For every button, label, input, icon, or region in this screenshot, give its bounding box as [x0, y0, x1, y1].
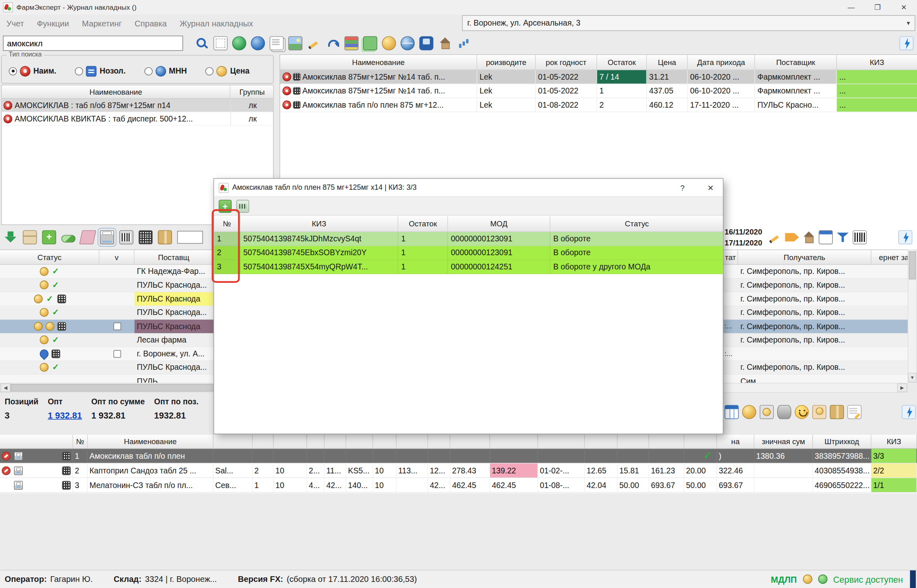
lightning-icon[interactable] — [900, 36, 914, 50]
positions-col-9[interactable] — [373, 435, 397, 449]
menu-item-4[interactable]: Справка — [128, 19, 173, 28]
product-row[interactable]: Амоксиклав табл п/о плен 875 мг+12...Lek… — [280, 98, 917, 113]
menu-item-5[interactable]: Журнал накладных — [173, 19, 259, 28]
position-row[interactable]: 1Амоксиклав табл п/о плен)1380.363838957… — [0, 449, 917, 463]
barcode-printer-icon[interactable] — [119, 230, 133, 245]
positions-col-20[interactable]: зничная сум — [754, 435, 813, 449]
product-row[interactable]: Амоксиклав 875мг+125мг №14 таб. п...Lek0… — [280, 70, 917, 85]
coins-icon[interactable] — [742, 405, 756, 419]
scroll-down-icon[interactable]: ▼ — [908, 373, 916, 382]
table-blue-icon[interactable] — [725, 405, 739, 419]
products-col-7[interactable]: КИЗ — [837, 55, 917, 70]
arrow-down-green-icon[interactable] — [4, 230, 18, 245]
positions-col-17[interactable] — [649, 435, 684, 449]
select-frame-icon[interactable] — [213, 36, 228, 50]
positions-col-0[interactable] — [0, 435, 73, 449]
kiz-row[interactable]: 250754041398745EbxSOBYzmi20Y100000000123… — [214, 246, 723, 260]
position-row[interactable]: 3Мелатонин-СЗ табл п/о пл...Сев...1104..… — [0, 478, 917, 493]
printer-icon[interactable] — [100, 230, 114, 245]
checkbox-icon[interactable] — [113, 350, 121, 358]
table-colored-icon[interactable] — [344, 36, 359, 50]
pencil-icon[interactable] — [768, 230, 782, 245]
vertical-scrollbar-thumb[interactable] — [909, 251, 916, 279]
search-type-radio-3[interactable]: МНН — [144, 66, 187, 76]
list-item[interactable]: АМОКСИКЛАВ : таб п/об 875мг+125мг п14лк — [2, 99, 273, 112]
positions-col-14[interactable] — [538, 435, 585, 449]
search-icon[interactable] — [195, 36, 209, 50]
service-status-icon[interactable] — [818, 575, 827, 584]
smiley-icon[interactable] — [795, 405, 809, 419]
phone-icon[interactable] — [419, 36, 433, 50]
invoice-row[interactable]: ПУЛЬС Краснода... — [0, 306, 213, 320]
invoice-row-right[interactable]: г. Симферополь, пр. Киров... — [723, 333, 917, 347]
products-col-0[interactable]: Наименование — [280, 55, 477, 70]
kiz-row[interactable]: 350754041398745X54myQRpW4T...10000000012… — [214, 260, 723, 274]
scroll-right-icon[interactable]: ▶ — [897, 383, 907, 392]
invoices-left-col-0[interactable]: Статус — [0, 250, 99, 265]
maximize-button[interactable]: ❐ — [865, 0, 891, 15]
products-col-4[interactable]: Цена — [647, 55, 688, 70]
menu-item-2[interactable]: Функции — [30, 19, 76, 28]
positions-col-10[interactable] — [396, 435, 428, 449]
menu-item-1[interactable]: Учет — [0, 19, 30, 28]
positions-col-16[interactable] — [618, 435, 649, 449]
positions-col-2[interactable]: Наименование — [88, 435, 213, 449]
chevron-down-icon[interactable]: ▾ — [907, 19, 910, 27]
products-col-5[interactable]: Дата прихода — [688, 55, 755, 70]
invoices-right-col-1[interactable]: Получатель — [738, 250, 871, 265]
positions-col-8[interactable] — [346, 435, 373, 449]
positions-col-7[interactable] — [325, 435, 346, 449]
home-icon[interactable] — [802, 230, 816, 245]
invoice-row-right[interactable]: г. Симферополь, пр. Киров... — [723, 306, 917, 320]
invoice-row-right[interactable]: Сим... — [723, 375, 917, 383]
invoice-row[interactable]: ПУЛЬС Краснода — [0, 292, 213, 306]
list-item[interactable]: АМОКСИКЛАВ КВИКТАБ : таб дисперг. 500+12… — [2, 112, 273, 126]
invoices-left-col-2[interactable]: Поставщ — [135, 250, 213, 265]
eraser-icon[interactable] — [79, 230, 96, 245]
pill-green-icon[interactable] — [61, 235, 76, 243]
position-row[interactable]: 2Каптоприл Сандоз табл 25 ...Sal...2102.… — [0, 463, 917, 478]
search-type-radio-4[interactable]: Цена — [205, 66, 249, 76]
products-col-2[interactable]: рок годност — [536, 55, 597, 70]
kiz-col-4[interactable]: Статус — [550, 216, 723, 232]
invoice-row[interactable]: ПУЛЬ... — [0, 375, 213, 383]
qr-code-icon[interactable] — [139, 230, 153, 245]
positions-col-6[interactable] — [307, 435, 325, 449]
search-input[interactable] — [3, 36, 183, 51]
note-pencil-icon[interactable] — [847, 405, 862, 419]
image-icon[interactable] — [288, 36, 303, 50]
positions-col-5[interactable] — [274, 435, 307, 449]
positions-col-3[interactable] — [213, 435, 253, 449]
minimize-button[interactable]: — — [838, 0, 865, 15]
invoice-row-right[interactable]: г. Симферополь, пр. Киров... — [723, 278, 917, 292]
lightning-icon[interactable] — [898, 230, 913, 245]
positions-col-1[interactable]: № — [73, 435, 88, 449]
horizontal-scrollbar-thumb[interactable] — [11, 384, 214, 392]
lightning-icon[interactable] — [902, 405, 916, 419]
package-icon[interactable] — [158, 230, 172, 245]
branch-selector[interactable]: г. Воронеж, ул. Арсенальная, 3 ▾ — [462, 15, 915, 31]
invoice-row-right[interactable]: г. Симферополь, пр. Киров... — [723, 361, 917, 375]
package-icon[interactable] — [830, 405, 844, 419]
db-coins-icon[interactable] — [777, 405, 791, 419]
left-list-col-1[interactable]: Группы — [231, 85, 274, 99]
add-green-icon[interactable] — [42, 230, 57, 245]
summary-value[interactable]: 1 932.81 — [48, 410, 82, 420]
home-icon[interactable] — [438, 36, 452, 50]
antenna-icon[interactable] — [457, 36, 471, 50]
globe-blue-icon[interactable] — [251, 36, 265, 50]
card-icon[interactable] — [819, 230, 833, 245]
products-col-6[interactable]: Поставщик — [755, 55, 837, 70]
invoice-row[interactable]: ГК Надежда-Фар... — [0, 265, 213, 278]
hand-coin-icon[interactable] — [812, 405, 827, 419]
invoice-row-right[interactable]: :... — [723, 347, 917, 361]
search-type-radio-1[interactable]: Наим. — [9, 66, 57, 76]
kiz-col-2[interactable]: Остаток — [398, 216, 448, 232]
barcode-input[interactable] — [177, 231, 203, 244]
product-row[interactable]: Амоксиклав 875мг+125мг №14 таб. п...Lek0… — [280, 84, 917, 98]
funnel-icon[interactable] — [836, 230, 850, 245]
left-list-col-0[interactable]: Наименование — [2, 85, 230, 99]
positions-col-13[interactable] — [490, 435, 538, 449]
invoice-row[interactable]: ПУЛЬС Краснода... — [0, 361, 213, 375]
pencil-icon[interactable] — [307, 36, 321, 50]
